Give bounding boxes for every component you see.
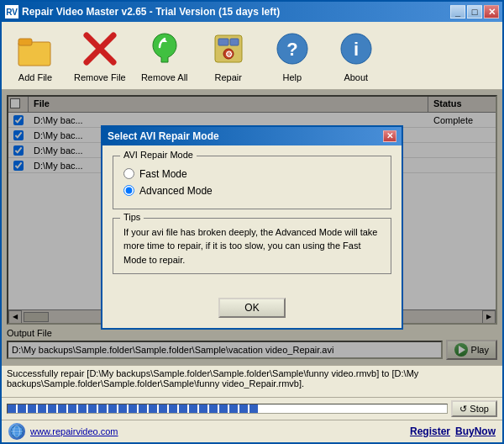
dialog-title-bar: Select AVI Repair Mode ✕	[102, 127, 402, 145]
dialog-select-avi-repair: Select AVI Repair Mode ✕ AVI Repair Mode…	[101, 125, 403, 330]
about-button[interactable]: i About	[331, 29, 381, 82]
status-text: Successfully repair [D:\My backups\Sampl…	[7, 368, 418, 388]
info-bar: www.repairvideo.com Register BuyNow	[2, 420, 502, 442]
add-file-button[interactable]: Add File	[10, 29, 60, 82]
repair-button[interactable]: ⚙ Repair	[203, 29, 254, 82]
minimize-button[interactable]: _	[450, 5, 465, 18]
tips-label: Tips	[120, 212, 144, 222]
fast-mode-radio[interactable]	[123, 168, 134, 179]
progress-bar-inner	[8, 404, 447, 413]
add-file-label: Add File	[18, 72, 52, 82]
remove-all-label: Remove All	[141, 72, 188, 82]
add-file-icon	[15, 29, 55, 69]
toolbar: Add File Remove File Remove All	[2, 22, 502, 90]
dialog-close-button[interactable]: ✕	[383, 130, 396, 142]
buynow-link[interactable]: BuyNow	[455, 426, 496, 437]
app-icon: RV	[5, 5, 18, 18]
advanced-mode-label: Advanced Mode	[139, 185, 213, 197]
remove-all-button[interactable]: Remove All	[139, 29, 190, 82]
fast-mode-label: Fast Mode	[139, 168, 187, 180]
tips-group: Tips If your avi file has broken deeply,…	[113, 218, 391, 275]
svg-text:⚙: ⚙	[224, 50, 232, 59]
about-label: About	[344, 72, 368, 82]
register-link[interactable]: Register	[410, 426, 450, 437]
avi-repair-mode-group: AVI Repair Mode Fast Mode Advanced Mode	[113, 156, 391, 209]
dialog-title: Select AVI Repair Mode	[108, 130, 219, 142]
status-bar: Successfully repair [D:\My backups\Sampl…	[2, 365, 502, 397]
help-icon: ?	[272, 29, 312, 69]
maximize-button[interactable]: □	[467, 5, 482, 18]
globe-icon	[8, 423, 25, 440]
stop-icon: ↺	[459, 404, 467, 415]
modal-overlay: Select AVI Repair Mode ✕ AVI Repair Mode…	[2, 90, 502, 365]
dialog-footer: OK	[102, 293, 402, 328]
svg-text:?: ?	[286, 39, 297, 60]
remove-all-icon	[144, 29, 185, 69]
window-title: Repair Video Master v2.65 - Trial Versio…	[22, 6, 280, 18]
fast-mode-option: Fast Mode	[123, 168, 381, 180]
progress-bar	[7, 404, 448, 414]
avi-repair-mode-label: AVI Repair Mode	[120, 150, 197, 160]
close-button[interactable]: ✕	[484, 5, 499, 18]
progress-section: ↺ Stop	[2, 397, 502, 420]
repair-label: Repair	[215, 72, 242, 82]
title-bar: RV Repair Video Master v2.65 - Trial Ver…	[2, 2, 502, 22]
remove-file-label: Remove File	[74, 72, 126, 82]
svg-rect-1	[18, 39, 32, 45]
help-button[interactable]: ? Help	[267, 29, 318, 82]
ok-button[interactable]: OK	[218, 298, 286, 318]
help-label: Help	[282, 72, 302, 82]
about-icon: i	[336, 29, 376, 69]
remove-file-icon	[80, 29, 120, 69]
repair-icon: ⚙	[208, 29, 249, 69]
main-window: RV Repair Video Master v2.65 - Trial Ver…	[0, 0, 504, 444]
stop-label: Stop	[470, 404, 489, 414]
main-content: File Status D:\My bac... Complete D:\My …	[2, 90, 502, 365]
advanced-mode-option: Advanced Mode	[123, 185, 381, 197]
tips-text: If your avi file has broken deeply, the …	[123, 225, 381, 267]
dialog-body: AVI Repair Mode Fast Mode Advanced Mode …	[102, 145, 402, 293]
website-link[interactable]: www.repairvideo.com	[30, 426, 118, 436]
svg-text:i: i	[354, 39, 359, 60]
svg-rect-6	[230, 39, 239, 45]
remove-file-button[interactable]: Remove File	[74, 29, 126, 82]
stop-button[interactable]: ↺ Stop	[451, 400, 497, 417]
svg-rect-5	[218, 39, 228, 45]
advanced-mode-radio[interactable]	[123, 185, 134, 196]
